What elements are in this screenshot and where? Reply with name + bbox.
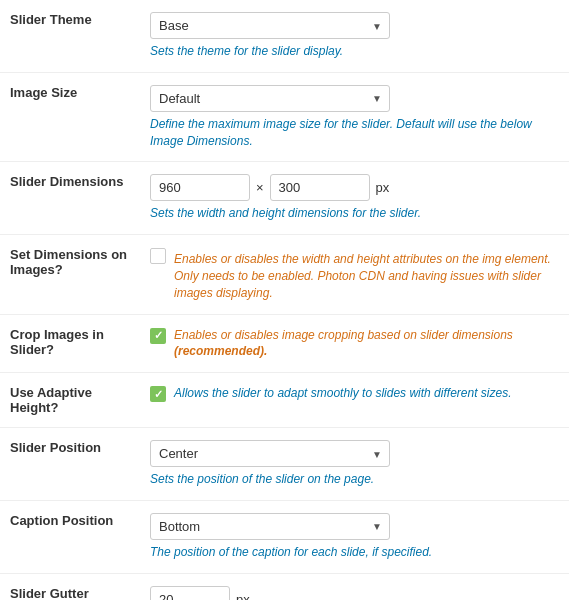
crop-images-description-bold: (recommended). [174, 344, 267, 358]
slider-dimensions-label: Slider Dimensions [0, 162, 140, 235]
slider-dimensions-value-cell: × px Sets the width and height dimension… [140, 162, 569, 235]
slider-position-select[interactable]: Center Left Right [150, 440, 390, 467]
slider-theme-description: Sets the theme for the slider display. [150, 43, 559, 60]
set-dimensions-label: Set Dimensions on Images? [0, 235, 140, 314]
image-size-label: Image Size [0, 72, 140, 162]
gutter-row: px [150, 586, 559, 600]
crop-images-description: Enables or disables image cropping based… [174, 327, 559, 361]
image-size-description: Define the maximum image size for the sl… [150, 116, 559, 150]
slider-theme-select-wrapper[interactable]: Base Default Light Dark [150, 12, 390, 39]
slider-gutter-value-cell: px Sets the gutter between the slider an… [140, 573, 569, 600]
caption-position-label: Caption Position [0, 500, 140, 573]
slider-theme-label: Slider Theme [0, 0, 140, 72]
slider-position-label: Slider Position [0, 428, 140, 501]
crop-images-checkbox[interactable] [150, 328, 166, 344]
set-dimensions-checkbox-row: Enables or disables the width and height… [150, 247, 559, 301]
slider-theme-select[interactable]: Base Default Light Dark [150, 12, 390, 39]
dimension-x-separator: × [256, 180, 264, 195]
slider-position-row: Slider Position Center Left Right Sets t… [0, 428, 569, 501]
settings-table: Slider Theme Base Default Light Dark Set… [0, 0, 569, 600]
adaptive-height-description: Allows the slider to adapt smoothly to s… [174, 385, 512, 402]
slider-gutter-row: Slider Gutter px Sets the gutter between… [0, 573, 569, 600]
adaptive-height-label: Use Adaptive Height? [0, 373, 140, 428]
set-dimensions-checkbox[interactable] [150, 248, 166, 264]
gutter-unit: px [236, 592, 250, 600]
dimension-row: × px [150, 174, 559, 201]
crop-images-label: Crop Images in Slider? [0, 314, 140, 373]
image-size-select[interactable]: Default Thumbnail Medium Large Full [150, 85, 390, 112]
caption-position-row: Caption Position Bottom Top Left Right T… [0, 500, 569, 573]
caption-position-select-wrapper[interactable]: Bottom Top Left Right [150, 513, 390, 540]
adaptive-height-row: Use Adaptive Height? Allows the slider t… [0, 373, 569, 428]
crop-images-value-cell: Enables or disables image cropping based… [140, 314, 569, 373]
slider-width-input[interactable] [150, 174, 250, 201]
crop-images-row: Crop Images in Slider? Enables or disabl… [0, 314, 569, 373]
set-dimensions-description: Enables or disables the width and height… [174, 251, 559, 301]
slider-height-input[interactable] [270, 174, 370, 201]
crop-images-checkbox-row: Enables or disables image cropping based… [150, 327, 559, 361]
image-size-value-cell: Default Thumbnail Medium Large Full Defi… [140, 72, 569, 162]
set-dimensions-row: Set Dimensions on Images? Enables or dis… [0, 235, 569, 314]
adaptive-height-checkbox-row: Allows the slider to adapt smoothly to s… [150, 385, 559, 402]
slider-theme-row: Slider Theme Base Default Light Dark Set… [0, 0, 569, 72]
slider-gutter-label: Slider Gutter [0, 573, 140, 600]
adaptive-height-value-cell: Allows the slider to adapt smoothly to s… [140, 373, 569, 428]
caption-position-description: The position of the caption for each sli… [150, 544, 559, 561]
image-size-select-wrapper[interactable]: Default Thumbnail Medium Large Full [150, 85, 390, 112]
adaptive-height-checkbox[interactable] [150, 386, 166, 402]
slider-position-value-cell: Center Left Right Sets the position of t… [140, 428, 569, 501]
image-size-row: Image Size Default Thumbnail Medium Larg… [0, 72, 569, 162]
slider-position-select-wrapper[interactable]: Center Left Right [150, 440, 390, 467]
slider-position-description: Sets the position of the slider on the p… [150, 471, 559, 488]
slider-dimensions-row: Slider Dimensions × px Sets the width an… [0, 162, 569, 235]
caption-position-value-cell: Bottom Top Left Right The position of th… [140, 500, 569, 573]
caption-position-select[interactable]: Bottom Top Left Right [150, 513, 390, 540]
slider-gutter-input[interactable] [150, 586, 230, 600]
slider-dimensions-description: Sets the width and height dimensions for… [150, 205, 559, 222]
slider-theme-value-cell: Base Default Light Dark Sets the theme f… [140, 0, 569, 72]
dimension-unit: px [376, 180, 390, 195]
crop-images-description-text: Enables or disables image cropping based… [174, 328, 513, 342]
set-dimensions-value-cell: Enables or disables the width and height… [140, 235, 569, 314]
